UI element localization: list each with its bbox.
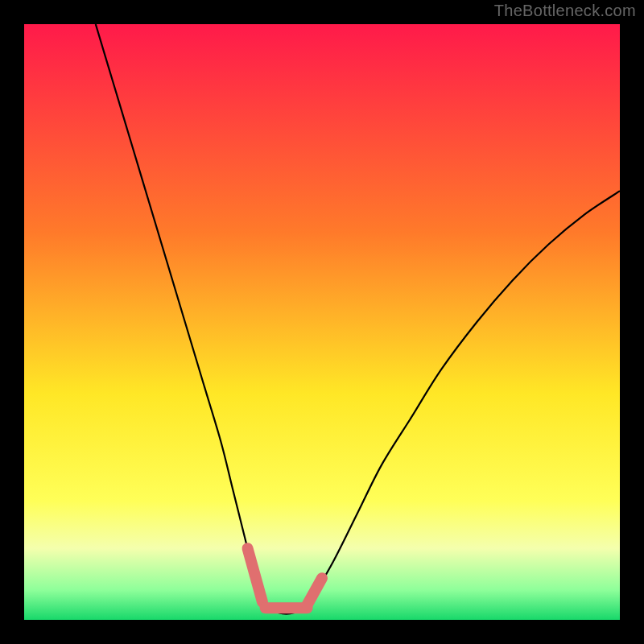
watermark-text: TheBottleneck.com (494, 2, 636, 20)
plot-area (24, 24, 620, 620)
chart-frame: TheBottleneck.com (0, 0, 644, 644)
gradient-background (24, 24, 620, 620)
bottleneck-chart (24, 24, 620, 620)
